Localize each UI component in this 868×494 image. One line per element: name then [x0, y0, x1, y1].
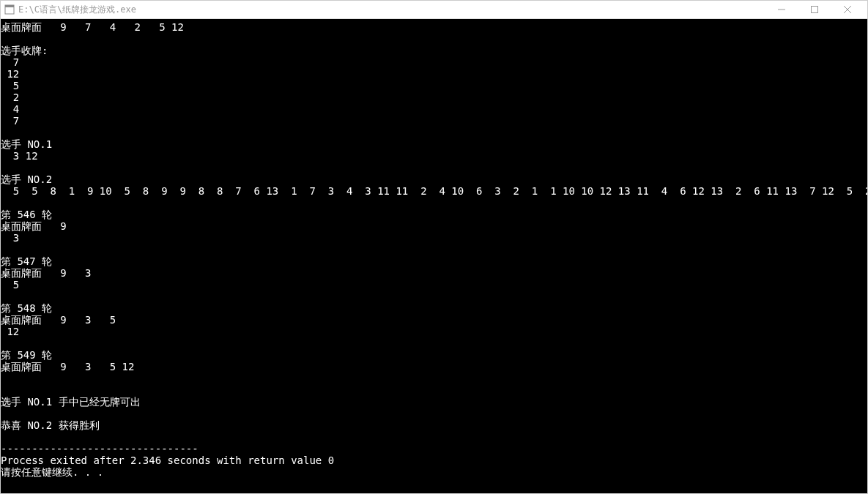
svg-rect-1 [5, 5, 14, 7]
close-button[interactable] [831, 1, 864, 19]
svg-rect-3 [811, 7, 817, 13]
maximize-button[interactable] [798, 1, 831, 19]
console-output[interactable]: 桌面牌面 9 7 4 2 5 12 选手收牌: 7 12 5 2 4 7 选手 … [1, 19, 867, 493]
window-controls [765, 1, 864, 19]
window-title: E:\C语言\纸牌接龙游戏.exe [18, 4, 765, 16]
app-icon [4, 4, 15, 15]
minimize-button[interactable] [765, 1, 798, 19]
console-window: E:\C语言\纸牌接龙游戏.exe 桌面牌面 9 7 4 2 5 12 选手收牌… [0, 0, 868, 494]
titlebar: E:\C语言\纸牌接龙游戏.exe [1, 1, 867, 19]
